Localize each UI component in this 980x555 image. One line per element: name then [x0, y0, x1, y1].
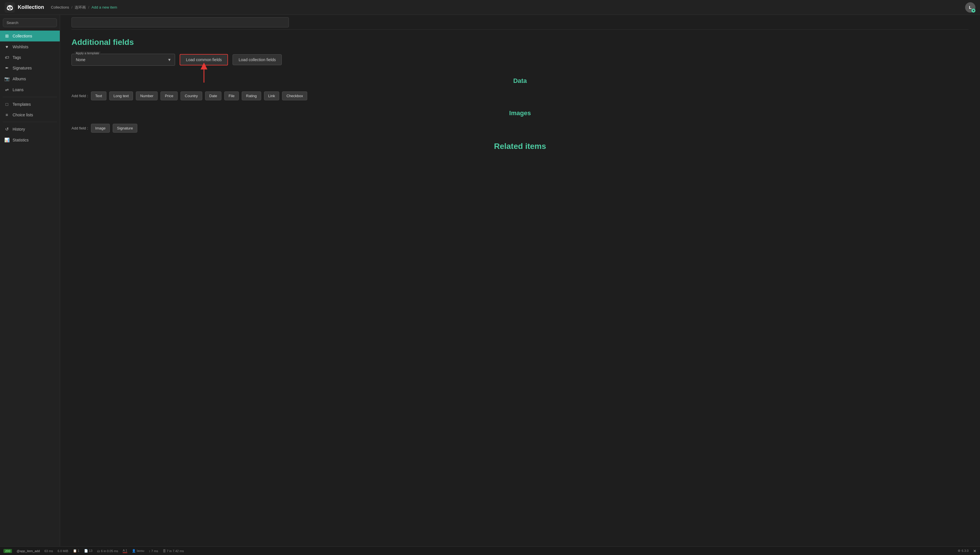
sidebar-divider-2 — [3, 122, 57, 122]
breadcrumb-collections[interactable]: Collections — [51, 5, 69, 10]
template-select[interactable]: None — [72, 54, 175, 66]
avatar-badge: ▾ — [972, 8, 975, 13]
db-info: 🗄 7 in 7.42 ms — [163, 549, 184, 553]
load-common-wrapper: Load common fields — [180, 54, 228, 66]
field-btn-link[interactable]: Link — [264, 91, 280, 100]
arrows-info: ↕ 7 ms — [149, 549, 158, 553]
field-btn-country[interactable]: Country — [180, 91, 202, 100]
sidebar-item-albums[interactable]: 📷 Albums — [0, 74, 60, 84]
related-items-title: Related items — [71, 142, 969, 151]
sidebar-item-choice-lists[interactable]: ≡ Choice lists — [0, 109, 60, 120]
data-section-title: Data — [71, 77, 969, 85]
images-section: Images Add field : Image Signature — [71, 109, 969, 133]
sidebar-item-signatures[interactable]: ✒ Signatures — [0, 63, 60, 74]
field-btn-file[interactable]: File — [224, 91, 239, 100]
sidebar-label-albums: Albums — [13, 77, 26, 81]
choice-lists-icon: ≡ — [4, 112, 10, 117]
top-input-bar — [71, 15, 969, 30]
sidebar-label-wishlists: Wishlists — [13, 45, 28, 49]
topbar: 🐼 Koillection Collections / 连环画 / Add a … — [0, 0, 980, 15]
history-icon: ↺ — [4, 127, 10, 132]
statusbar: 200 @app_item_add 63 ms 6.0 MiB 📋 1 📄 13… — [0, 547, 980, 555]
top-text-input[interactable] — [71, 17, 289, 27]
field-btn-checkbox[interactable]: Checkbox — [282, 91, 307, 100]
field-btn-date[interactable]: Date — [205, 91, 221, 100]
sidebar-label-statistics: Statistics — [13, 138, 29, 142]
topbar-right: L ▾ — [965, 2, 975, 13]
statusbar-right: ⚙ 6.3.0 ✕ — [958, 549, 977, 553]
sidebar-item-tags[interactable]: 🏷 Tags — [0, 52, 60, 63]
data-add-field-label: Add field : — [71, 94, 88, 98]
statistics-icon: 📊 — [4, 138, 10, 143]
sidebar-label-tags: Tags — [13, 55, 21, 60]
copy-count: 📋 1 — [73, 549, 79, 553]
app-name: Koillection — [18, 4, 44, 10]
sidebar-label-history: History — [13, 127, 25, 132]
sidebar-item-collections[interactable]: ⊞ Collections — [0, 30, 60, 42]
breadcrumb-current: Add a new item — [92, 5, 117, 10]
sidebar-item-templates[interactable]: □ Templates — [0, 99, 60, 109]
main-content: Additional fields Apply a template None … — [60, 15, 980, 547]
version-label: ⚙ 6.3.0 — [958, 549, 969, 553]
images-section-title: Images — [71, 109, 969, 117]
close-button[interactable]: ✕ — [973, 549, 977, 553]
layers-info: 🗂 6 in 0.05 ms — [97, 549, 118, 553]
sidebar-divider-1 — [3, 97, 57, 97]
sidebar-item-statistics[interactable]: 📊 Statistics — [0, 135, 60, 146]
templates-icon: □ — [4, 102, 10, 107]
avatar[interactable]: L ▾ — [965, 2, 975, 13]
collections-icon: ⊞ — [4, 34, 10, 38]
load-collection-fields-button[interactable]: Load collection fields — [233, 54, 282, 65]
pages-count: 📄 13 — [84, 549, 92, 553]
sidebar-label-loans: Loans — [13, 87, 23, 92]
layout: Search ⊞ Collections ♥ Wishlists 🏷 Tags … — [0, 15, 980, 547]
template-select-label: Apply a template — [75, 51, 100, 55]
breadcrumb-sep1: / — [71, 5, 72, 10]
field-btn-rating[interactable]: Rating — [242, 91, 261, 100]
data-add-field-row: Add field : Text Long text Number Price … — [71, 91, 969, 100]
sidebar: Search ⊞ Collections ♥ Wishlists 🏷 Tags … — [0, 15, 60, 547]
sidebar-label-choice-lists: Choice lists — [13, 112, 33, 117]
tags-icon: 🏷 — [4, 55, 10, 60]
sidebar-label-collections: Collections — [13, 34, 32, 38]
additional-fields-section: Additional fields Apply a template None … — [71, 38, 969, 151]
field-btn-long-text[interactable]: Long text — [109, 91, 133, 100]
field-btn-text[interactable]: Text — [91, 91, 106, 100]
route-name: @app_item_add — [16, 549, 40, 553]
data-section: Data Add field : Text Long text Number P… — [71, 77, 969, 100]
images-add-field-label: Add field : — [71, 126, 88, 130]
sidebar-item-wishlists[interactable]: ♥ Wishlists — [0, 42, 60, 52]
field-btn-number[interactable]: Number — [136, 91, 158, 100]
sidebar-item-loans[interactable]: ⇌ Loans — [0, 84, 60, 95]
field-btn-image[interactable]: Image — [91, 124, 110, 133]
sidebar-item-history[interactable]: ↺ History — [0, 124, 60, 135]
field-btn-signature[interactable]: Signature — [113, 124, 137, 133]
breadcrumb: Collections / 连环画 / Add a new item — [51, 5, 117, 10]
breadcrumb-collection-name[interactable]: 连环画 — [75, 5, 86, 10]
status-code: 200 — [3, 549, 12, 553]
logo-area: 🐼 Koillection — [5, 2, 44, 13]
user-info: 👤 laosu — [132, 549, 144, 553]
template-row: Apply a template None ▼ Load common fiel… — [71, 54, 969, 66]
related-items-section: Related items — [71, 142, 969, 151]
search-input[interactable]: Search — [3, 18, 57, 27]
loans-icon: ⇌ — [4, 87, 10, 92]
sidebar-label-signatures: Signatures — [13, 66, 32, 70]
signatures-icon: ✒ — [4, 66, 10, 71]
memory-usage: 6.0 MiB — [58, 549, 68, 553]
sidebar-label-templates: Templates — [13, 102, 31, 107]
wishlists-icon: ♥ — [4, 44, 10, 49]
logo-icon: 🐼 — [5, 2, 15, 13]
font-info: A 1 — [123, 549, 127, 553]
template-select-wrap: Apply a template None ▼ — [71, 54, 175, 66]
albums-icon: 📷 — [4, 76, 10, 82]
field-btn-price[interactable]: Price — [161, 91, 178, 100]
time-ms: 63 ms — [44, 549, 53, 553]
section-title-additional-fields: Additional fields — [71, 38, 969, 47]
load-common-fields-button[interactable]: Load common fields — [180, 54, 228, 66]
breadcrumb-sep2: / — [88, 5, 89, 10]
images-add-field-row: Add field : Image Signature — [71, 124, 969, 133]
